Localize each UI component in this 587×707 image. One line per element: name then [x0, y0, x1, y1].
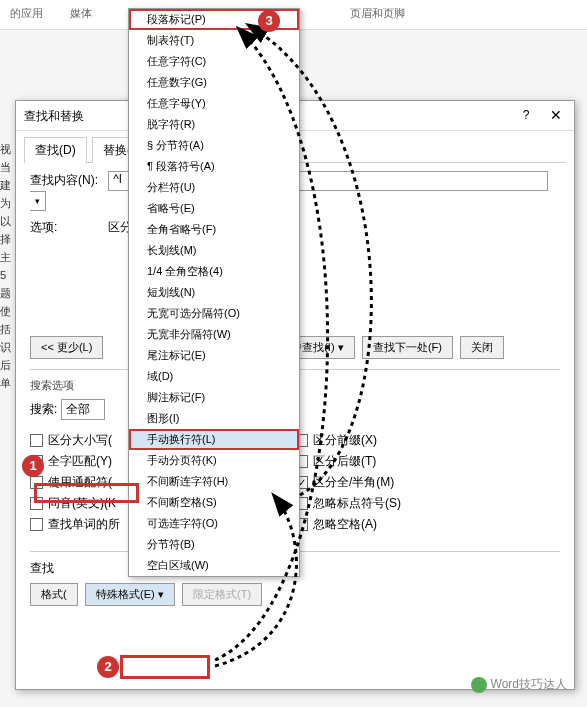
check-ignore-punct[interactable]: 忽略标点符号(S) — [295, 495, 560, 512]
no-formatting-button[interactable]: 限定格式(T) — [182, 583, 262, 606]
check-label: 使用通配符( — [48, 474, 112, 491]
check-label: 忽略空格(A) — [313, 516, 377, 533]
menu-endnote[interactable]: 尾注标记(E) — [129, 345, 299, 366]
search-direction-label: 搜索: — [30, 402, 57, 416]
check-label: 全字匹配(Y) — [48, 453, 112, 470]
check-label: 区分大小写( — [48, 432, 112, 449]
checkbox-icon — [30, 476, 43, 489]
checkbox-icon — [30, 497, 43, 510]
menu-nonbreak-hyphen[interactable]: 不间断连字符(H) — [129, 471, 299, 492]
menu-full-ellipsis[interactable]: 全角省略号(F) — [129, 219, 299, 240]
menu-manual-page-break[interactable]: 手动分页符(K) — [129, 450, 299, 471]
watermark: Word技巧达人 — [471, 676, 567, 693]
find-next-button[interactable]: 查找下一处(F) — [362, 336, 453, 359]
menu-nonbreak-space[interactable]: 不间断空格(S) — [129, 492, 299, 513]
special-format-button[interactable]: 特殊格式(E) ▾ — [85, 583, 175, 606]
menu-paragraph-char[interactable]: ¶ 段落符号(A) — [129, 156, 299, 177]
menu-column-break[interactable]: 分栏符(U) — [129, 177, 299, 198]
check-label: 区分前缀(X) — [313, 432, 377, 449]
menu-nowidth-optional[interactable]: 无宽可选分隔符(O) — [129, 303, 299, 324]
check-prefix[interactable]: 区分前缀(X) — [295, 432, 560, 449]
menu-field[interactable]: 域(D) — [129, 366, 299, 387]
menu-tab-char[interactable]: 制表符(T) — [129, 30, 299, 51]
format-button[interactable]: 格式( — [30, 583, 78, 606]
check-label: 同音(英文)(K — [48, 495, 116, 512]
menu-caret[interactable]: 脱字符(R) — [129, 114, 299, 135]
help-icon[interactable]: ? — [516, 105, 536, 125]
search-direction-select[interactable]: 全部 — [61, 399, 105, 420]
ribbon-label-app: 的应用 — [10, 6, 43, 21]
ribbon-label-header-footer: 页眉和页脚 — [350, 6, 405, 21]
find-content-dropdown-icon[interactable]: ▾ — [30, 191, 46, 211]
menu-nowidth-nonbreak[interactable]: 无宽非分隔符(W) — [129, 324, 299, 345]
check-label: 查找单词的所 — [48, 516, 120, 533]
checkbox-icon — [30, 434, 43, 447]
callout-1: 1 — [22, 455, 44, 477]
callout-2: 2 — [97, 656, 119, 678]
menu-footnote[interactable]: 脚注标记(F) — [129, 387, 299, 408]
checkbox-icon — [30, 518, 43, 531]
checkbox-right-col: 区分前缀(X) 区分后缀(T) 区分全/半角(M) 忽略标点符号(S) 忽略空格… — [295, 428, 560, 537]
menu-any-letter[interactable]: 任意字母(Y) — [129, 93, 299, 114]
left-cut-text: 视当建为以择主5题使括识后单 — [0, 140, 14, 392]
ribbon-label-media: 媒体 — [70, 6, 92, 21]
menu-ellipsis[interactable]: 省略号(E) — [129, 198, 299, 219]
callout-3: 3 — [258, 10, 280, 32]
menu-section-break[interactable]: 分节符(B) — [129, 534, 299, 555]
menu-optional-hyphen[interactable]: 可选连字符(O) — [129, 513, 299, 534]
close-icon[interactable]: ✕ — [546, 105, 566, 125]
check-label: 忽略标点符号(S) — [313, 495, 401, 512]
check-label: 区分全/半角(M) — [313, 474, 394, 491]
menu-any-digit[interactable]: 任意数字(G) — [129, 72, 299, 93]
check-full-half[interactable]: 区分全/半角(M) — [295, 474, 560, 491]
special-format-menu: 段落标记(P) 制表符(T) 任意字符(C) 任意数字(G) 任意字母(Y) 脱… — [128, 8, 300, 577]
options-label: 选项: — [30, 219, 105, 236]
wechat-icon — [471, 677, 487, 693]
find-content-label: 查找内容(N): — [30, 172, 105, 189]
menu-section-char[interactable]: § 分节符(A) — [129, 135, 299, 156]
watermark-text: Word技巧达人 — [491, 677, 567, 691]
menu-quarter-em[interactable]: 1/4 全角空格(4) — [129, 261, 299, 282]
menu-em-dash[interactable]: 长划线(M) — [129, 240, 299, 261]
menu-any-char[interactable]: 任意字符(C) — [129, 51, 299, 72]
check-ignore-space[interactable]: 忽略空格(A) — [295, 516, 560, 533]
check-label: 区分后缀(T) — [313, 453, 376, 470]
tab-find[interactable]: 查找(D) — [24, 137, 87, 163]
menu-en-dash[interactable]: 短划线(N) — [129, 282, 299, 303]
check-suffix[interactable]: 区分后缀(T) — [295, 453, 560, 470]
less-button[interactable]: << 更少(L) — [30, 336, 103, 359]
close-button[interactable]: 关闭 — [460, 336, 504, 359]
menu-manual-line-break[interactable]: 手动换行符(L) — [129, 429, 299, 450]
dialog-title-text: 查找和替换 — [24, 109, 84, 123]
menu-graphic[interactable]: 图形(I) — [129, 408, 299, 429]
menu-white-space[interactable]: 空白区域(W) — [129, 555, 299, 576]
